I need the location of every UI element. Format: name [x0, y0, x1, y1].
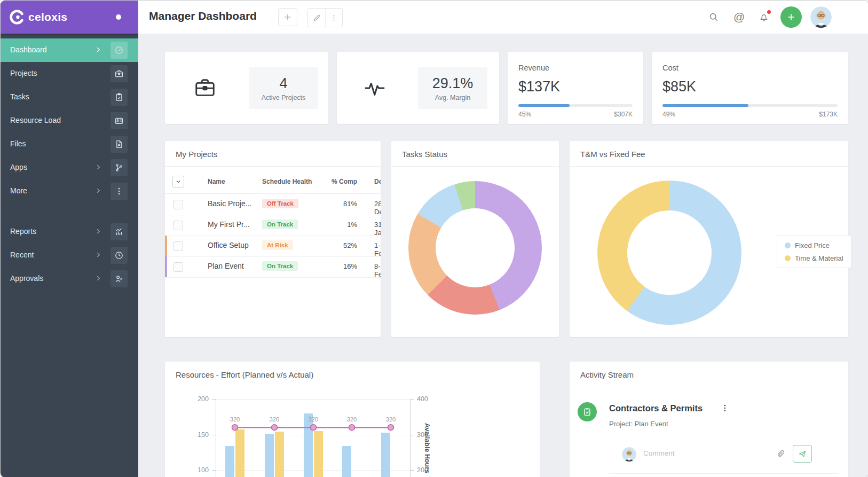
- right-axis-title: Available Hours: [423, 423, 431, 473]
- line-data-label: 320: [303, 416, 324, 423]
- kpi-label: Active Projects: [262, 94, 306, 101]
- sidebar-item-label: Projects: [10, 69, 37, 77]
- metric-percent: 49%: [662, 111, 675, 118]
- resources-effort-chart: 200400150300100200320320320320320Availab…: [165, 362, 540, 477]
- sidebar-item-reports[interactable]: Reports: [1, 220, 138, 244]
- task-clipboard-icon: [578, 402, 597, 421]
- sidebar-item-approvals[interactable]: Approvals: [1, 267, 138, 291]
- activity-item-title[interactable]: Contractors & Permits: [609, 403, 703, 413]
- chart-legend: Fixed PriceTime & Material: [777, 236, 851, 268]
- metric-title: Cost: [662, 64, 678, 72]
- percent-complete: 1%: [325, 221, 357, 229]
- deadline: 8-Feb: [374, 262, 381, 278]
- percent-complete: 52%: [325, 241, 357, 249]
- edit-dashboard-button[interactable]: [308, 9, 325, 27]
- legend-label: Time & Material: [795, 254, 843, 262]
- card-title: Tasks Status: [402, 150, 447, 159]
- my-projects-card: My Projects Name Schedule Health % Comp …: [165, 141, 381, 337]
- col-header-name[interactable]: Name: [208, 178, 225, 185]
- page-title: Manager Dashboard: [149, 10, 257, 22]
- metric-percent: 45%: [518, 111, 531, 118]
- sidebar-item-apps[interactable]: Apps: [1, 156, 138, 179]
- col-header-deadline[interactable]: Deadline: [374, 178, 381, 185]
- sidebar-item-dashboard[interactable]: Dashboard: [1, 38, 138, 62]
- metric-card-cost: Cost $85K 49% $173K: [652, 52, 848, 124]
- card-title: Activity Stream: [580, 370, 634, 379]
- sidebar-logo-bar: celoxis: [1, 1, 138, 34]
- deadline: 28-Dec: [374, 200, 381, 216]
- project-row-2[interactable]: My First Pr...On Track1%31-Jan: [165, 215, 381, 236]
- sidebar-item-more[interactable]: More: [1, 179, 138, 203]
- schedule-health-badge: Off Track: [262, 199, 298, 208]
- legend-item: Fixed Price: [785, 241, 843, 249]
- create-new-button[interactable]: [780, 6, 802, 28]
- project-row-1[interactable]: Basic Proje...Off Track81%28-Dec: [165, 194, 381, 215]
- kpi-value: 29.1%: [432, 75, 474, 92]
- kpi-card-active-projects: 4 Active Projects: [165, 52, 328, 124]
- dashboard-actions-group: [307, 8, 343, 27]
- select-all-dropdown[interactable]: [172, 176, 184, 187]
- row-checkbox[interactable]: [173, 200, 183, 209]
- gauge-icon: [114, 45, 124, 55]
- metric-value: $137K: [518, 79, 560, 95]
- row-checkbox[interactable]: [173, 241, 183, 251]
- paperclip-icon[interactable]: [777, 449, 786, 458]
- brand-name: celoxis: [28, 11, 67, 24]
- project-row-3[interactable]: Office SetupAt Risk52%1-Feb: [165, 236, 381, 257]
- table-header: Name Schedule Health % Comp Deadline: [165, 169, 381, 194]
- add-widget-button[interactable]: [278, 8, 297, 26]
- project-name: Office Setup: [208, 241, 249, 249]
- card-title: T&M vs Fixed Fee: [580, 150, 645, 159]
- notifications-bell-icon[interactable]: [759, 12, 769, 22]
- line-data-label: 320: [224, 416, 246, 423]
- chevron-right-icon: [94, 46, 102, 53]
- line-data-label: 320: [264, 416, 285, 423]
- metric-max: $173K: [819, 111, 838, 118]
- topbar-divider: [272, 11, 272, 24]
- project-row-4[interactable]: Plan EventOn Track16%8-Feb: [165, 256, 381, 278]
- pencil-icon: [313, 14, 321, 22]
- sidebar-item-files[interactable]: Files: [1, 132, 138, 156]
- sidebar-pin-dot[interactable]: [116, 14, 121, 20]
- project-name: Plan Event: [208, 262, 244, 270]
- progress-fill: [518, 104, 570, 107]
- tm-vs-fixed-fee-card: T&M vs Fixed Fee Fixed PriceTime & Mater…: [570, 141, 848, 337]
- dots-vertical-icon: [114, 186, 124, 196]
- sidebar-item-resource-load[interactable]: Resource Load: [1, 109, 138, 132]
- col-header-comp[interactable]: % Comp: [325, 178, 357, 185]
- search-icon[interactable]: [708, 12, 719, 22]
- legend-dot: [785, 243, 791, 248]
- mention-icon[interactable]: @: [733, 12, 744, 22]
- activity-item-menu-button[interactable]: [720, 403, 730, 413]
- sidebar-item-label: Dashboard: [10, 45, 47, 54]
- comment-input[interactable]: [642, 449, 767, 458]
- col-header-schedule-health[interactable]: Schedule Health: [262, 178, 312, 185]
- metric-max: $307K: [614, 111, 633, 118]
- plus-icon: [283, 13, 292, 21]
- row-accent-bar: [165, 236, 167, 256]
- kpi-value-box: 29.1% Avg. Margin: [418, 67, 487, 109]
- sidebar-item-label: Reports: [10, 227, 36, 236]
- chevron-right-icon: [94, 275, 102, 282]
- clock-icon: [114, 251, 124, 260]
- row-checkbox[interactable]: [173, 221, 183, 230]
- sidebar-divider: [1, 215, 138, 215]
- project-name: Basic Proje...: [208, 199, 251, 208]
- sidebar-item-tasks[interactable]: Tasks: [1, 85, 138, 109]
- sidebar-item-recent[interactable]: Recent: [1, 244, 138, 267]
- clipboard-check-icon: [114, 92, 124, 102]
- kpi-card-avg-margin: 29.1% Avg. Margin: [337, 52, 499, 124]
- sidebar-item-projects[interactable]: Projects: [1, 62, 138, 85]
- row-checkbox[interactable]: [173, 262, 183, 272]
- user-avatar[interactable]: [810, 6, 832, 28]
- briefcase-icon: [114, 69, 124, 79]
- schedule-health-badge: On Track: [262, 261, 298, 271]
- comment-avatar: [622, 447, 636, 462]
- dots-vertical-icon: [330, 14, 338, 22]
- send-comment-button[interactable]: [793, 445, 812, 463]
- legend-dot: [785, 255, 791, 261]
- dashboard-more-button[interactable]: [325, 9, 342, 27]
- resources-effort-card: Resources - Effort (Planned v/s Actual) …: [165, 362, 540, 477]
- line-data-label: 320: [380, 416, 401, 423]
- plus-icon: [786, 12, 796, 22]
